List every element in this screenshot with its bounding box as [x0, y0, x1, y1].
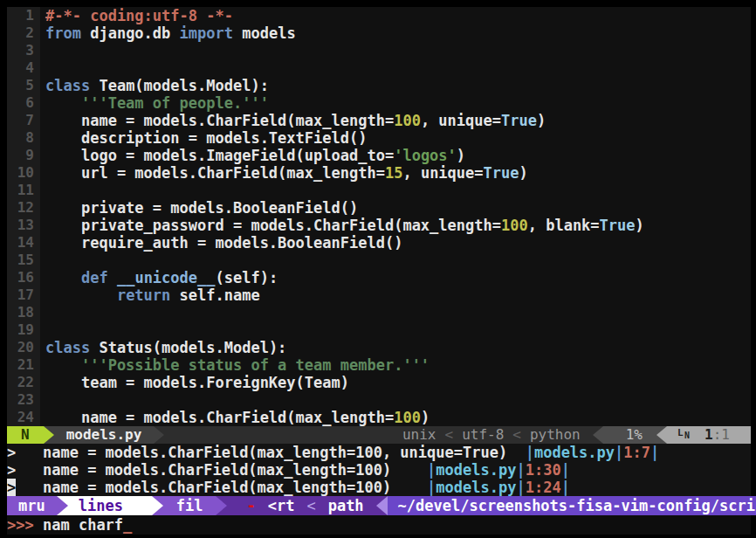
code-text — [40, 252, 45, 269]
pipe-separator: | — [561, 461, 570, 479]
line-number: 21 — [7, 356, 40, 374]
code-text: name = models.CharField(max_length=100) — [40, 409, 430, 426]
powerline-arrow-icon — [44, 426, 54, 444]
path-label: path — [328, 496, 364, 515]
statusbar: N models.py unix < utf-8 < python 1% LN … — [7, 426, 751, 444]
powerline-arrow-icon — [152, 496, 163, 515]
code-text: description = models.TextField() — [40, 129, 367, 147]
result-indent — [16, 479, 43, 496]
code-line[interactable]: 21 '''Possible status of a team member.'… — [7, 356, 751, 374]
fileformat-label: unix — [402, 426, 436, 444]
code-text: logo = models.ImageField(upload_to='logo… — [40, 147, 465, 164]
code-line[interactable]: 4 — [7, 59, 751, 77]
code-line[interactable]: 24 name = models.CharField(max_length=10… — [7, 409, 751, 426]
code-line[interactable]: 2from django.db import models — [7, 24, 751, 42]
code-text — [40, 304, 45, 321]
unite-rt-label: <rt — [268, 496, 295, 515]
code-text: '''Possible status of a team member.''' — [40, 356, 430, 374]
source-tab-fil[interactable]: fil — [163, 496, 216, 515]
line-number: 1 — [7, 7, 40, 24]
line-number: 18 — [7, 304, 40, 321]
vim-window: 1#-*- coding:utf-8 -*-2from django.db im… — [7, 7, 751, 535]
line-number: 5 — [7, 77, 40, 94]
code-line[interactable]: 10 url = models.CharField(max_length=15,… — [7, 164, 751, 182]
code-text: #-*- coding:utf-8 -*- — [40, 7, 233, 24]
code-line[interactable]: 14 require_auth = models.BooleanField() — [7, 234, 751, 252]
code-line[interactable]: 22 team = models.ForeignKey(Team) — [7, 374, 751, 391]
code-text: def __unicode__(self): — [40, 269, 278, 286]
result-row[interactable]: > name = models.CharField(max_length=100… — [7, 479, 751, 496]
source-tab-lines-active[interactable]: lines — [68, 496, 152, 515]
code-line[interactable]: 15 — [7, 252, 751, 269]
code-line[interactable]: 19 — [7, 321, 751, 339]
line-number: 23 — [7, 391, 40, 409]
pipe-separator: | — [561, 479, 570, 496]
line-number: 8 — [7, 129, 40, 147]
result-position: 1:30 — [526, 461, 561, 479]
code-line[interactable]: 7 name = models.CharField(max_length=100… — [7, 112, 751, 129]
line-number: 4 — [7, 59, 40, 77]
result-row[interactable]: > name = models.CharField(max_length=100… — [7, 444, 751, 461]
result-position: 1:7 — [623, 444, 650, 461]
result-marker: > — [7, 444, 16, 461]
code-line[interactable]: 16 def __unicode__(self): — [7, 269, 751, 286]
result-gap — [391, 461, 427, 479]
cursor-position: LN 1:1 — [667, 426, 751, 444]
code-text — [40, 59, 45, 77]
line-number: 12 — [7, 199, 40, 217]
pipe-separator: | — [516, 479, 525, 496]
result-filename: models.py — [436, 461, 516, 479]
pipe-separator: | — [427, 479, 436, 496]
statusbar-meta: unix < utf-8 < python — [164, 426, 592, 444]
code-line[interactable]: 8 description = models.TextField() — [7, 129, 751, 147]
code-line[interactable]: 13 private_password = models.CharField(m… — [7, 217, 751, 234]
prompt-symbol: >>> — [7, 516, 34, 534]
pipe-separator: | — [516, 461, 525, 479]
line-number: 7 — [7, 112, 40, 129]
code-line[interactable]: 12 private = models.BooleanField() — [7, 199, 751, 217]
result-marker-selected: > — [7, 479, 16, 496]
code-editor[interactable]: 1#-*- coding:utf-8 -*-2from django.db im… — [7, 7, 751, 426]
search-query[interactable]: nam charf — [43, 516, 123, 534]
code-line[interactable]: 1#-*- coding:utf-8 -*- — [7, 7, 751, 24]
powerline-arrow-icon — [593, 426, 603, 444]
code-line[interactable]: 3 — [7, 42, 751, 59]
result-code: name = models.CharField(max_length=100) — [43, 479, 391, 496]
code-line[interactable]: 6 '''Team of people.''' — [7, 94, 751, 112]
code-text: private = models.BooleanField() — [40, 199, 358, 217]
result-gap — [391, 479, 427, 496]
code-text: name = models.CharField(max_length=100, … — [40, 112, 546, 129]
powerline-arrow-icon — [656, 426, 667, 444]
code-line[interactable]: 17 return self.name — [7, 286, 751, 304]
line-number: 22 — [7, 374, 40, 391]
result-marker: > — [7, 461, 16, 479]
line-number: 17 — [7, 286, 40, 304]
code-line[interactable]: 9 logo = models.ImageField(upload_to='lo… — [7, 147, 751, 164]
code-text — [40, 182, 45, 199]
result-row[interactable]: > name = models.CharField(max_length=100… — [7, 461, 751, 479]
line-number: 2 — [7, 24, 40, 42]
code-text: return self.name — [40, 286, 260, 304]
code-line[interactable]: 18 — [7, 304, 751, 321]
encoding-label: utf-8 — [462, 426, 504, 444]
code-line[interactable]: 11 — [7, 182, 751, 199]
position-value: 1:1 — [704, 426, 730, 444]
pipe-separator: | — [650, 444, 659, 461]
powerline-arrow-icon — [376, 496, 388, 515]
code-line[interactable]: 23 — [7, 391, 751, 409]
unite-prompt[interactable]: >>> nam charf_ — [7, 515, 751, 535]
pipe-separator: | — [615, 444, 623, 461]
result-code: name = models.CharField(max_length=100) — [43, 461, 391, 479]
scroll-percent: 1% — [603, 426, 656, 444]
chevron-left-icon: < — [512, 426, 521, 444]
code-line[interactable]: 20class Status(models.Model): — [7, 339, 751, 356]
result-indent — [16, 444, 43, 461]
source-tab-mru[interactable]: mru — [7, 496, 57, 515]
line-number: 15 — [7, 252, 40, 269]
modified-flag: - — [246, 496, 255, 515]
chevron-left-icon: < — [444, 426, 453, 444]
pipe-separator: | — [427, 461, 436, 479]
result-indent — [16, 461, 43, 479]
code-text: team = models.ForeignKey(Team) — [40, 374, 349, 391]
code-line[interactable]: 5class Team(models.Model): — [7, 77, 751, 94]
